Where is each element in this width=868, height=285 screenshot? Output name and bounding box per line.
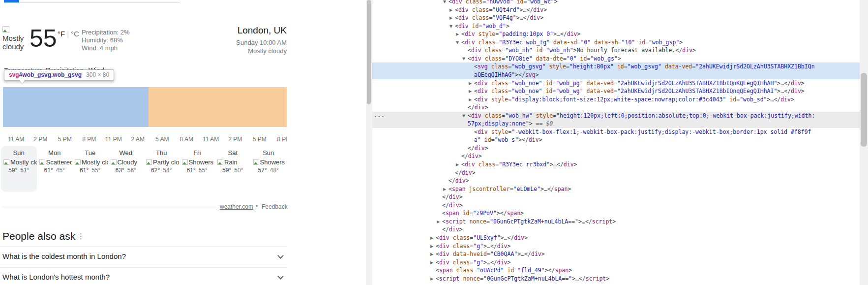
high-temp: 59° (8, 167, 17, 174)
broken-image-icon (111, 159, 117, 165)
expand-arrow-right-icon[interactable]: ▶ (437, 218, 440, 226)
forecast-day-sun-7[interactable]: SunShowers57°48° (251, 146, 287, 192)
day-name: Mon (37, 146, 73, 157)
devtools-code-line[interactable]: </div> (372, 169, 860, 177)
expand-arrow-down-icon[interactable]: ▼ (443, 0, 446, 6)
chevron-down-icon[interactable] (277, 253, 284, 259)
expand-arrow-right-icon[interactable]: ▶ (456, 30, 459, 38)
inspect-highlight-margin (149, 87, 287, 127)
devtools-code-line[interactable]: a" id="wob_s"></div> (372, 136, 860, 144)
high-temp: 59° (222, 167, 231, 174)
devtools-code-line[interactable]: <div style="-webkit-box-flex:1;-webkit-b… (372, 128, 860, 136)
forecast-day-sun-0[interactable]: SunMostly cloudy59°51° (1, 146, 37, 192)
devtools-code-line[interactable]: ▶<div style="padding:10px 0">…</div> (372, 30, 860, 38)
expand-arrow-right-icon[interactable]: ▶ (469, 87, 472, 95)
expand-arrow-right-icon[interactable]: ▶ (469, 79, 472, 88)
devtools-code-line[interactable]: aQEegQIHhAG"></svg> (372, 71, 860, 79)
broken-image-icon (75, 159, 81, 165)
expand-arrow-down-icon[interactable]: ▼ (456, 38, 459, 47)
devtools-code-line[interactable]: ▼<div id="wob_d"> (372, 22, 860, 31)
devtools-code-line[interactable]: </div> (372, 201, 860, 210)
page-scrollbar-thumb[interactable] (367, 0, 371, 104)
broken-image-icon (3, 159, 9, 165)
unit-celsius[interactable]: °C (71, 30, 79, 38)
devtools-code-line[interactable]: ▶<div class="wob_noe" id="wob_wg" data-v… (372, 87, 860, 95)
time-label: 8 PM (77, 136, 102, 143)
devtools-code-line[interactable]: </div> (372, 103, 860, 112)
expand-arrow-right-icon[interactable]: ▶ (430, 234, 433, 242)
chevron-down-icon[interactable] (277, 273, 284, 280)
devtools-scrollbar-thumb[interactable] (861, 73, 867, 147)
expand-arrow-down-icon[interactable]: ▼ (462, 55, 465, 63)
devtools-code-line[interactable]: ▶<script nonce="0GunGcPTgtkZaM+nuL4bLA==… (372, 218, 860, 226)
more-actions-icon[interactable]: ... (374, 111, 385, 120)
unit-fahrenheit[interactable]: °F (58, 30, 65, 38)
devtools-code-line[interactable]: ▶<div class="g">…</div> (372, 258, 860, 267)
day-condition-label: Partly cloudy (153, 158, 180, 166)
forecast-day-sat-6[interactable]: SatRain59°50° (215, 146, 251, 192)
devtools-code-line[interactable]: <span class="oUAcPd" id="fld_49"></span> (372, 266, 860, 275)
expand-arrow-right-icon[interactable]: ▶ (456, 160, 459, 169)
expand-arrow-right-icon[interactable]: ▶ (430, 242, 433, 251)
day-condition: Mostly cloudy (1, 158, 37, 166)
devtools-code-line[interactable]: ▼<div class="R3Y3ec wob_tg" data-sd="0" … (372, 38, 860, 47)
devtools-code-line[interactable]: ▶<div class="VQF4g">…</div> (372, 14, 860, 22)
devtools-code-line[interactable]: ▶<script nonce="0GunGcPTgtkZaM+nuL4bLA==… (372, 275, 860, 283)
day-name: Fri (180, 146, 215, 157)
devtools-code-line[interactable]: ▶<div class="wob_noe" id="wob_pg" data-v… (372, 79, 860, 88)
expand-arrow-right-icon[interactable]: ▶ (430, 275, 433, 283)
expand-arrow-right-icon[interactable]: ▶ (449, 14, 452, 22)
expand-arrow-down-icon[interactable]: ▼ (462, 112, 465, 120)
day-condition: Showers (251, 158, 287, 166)
devtools-code-line[interactable]: </div> (372, 177, 860, 185)
devtools-code-line[interactable]: </div> (372, 225, 860, 234)
hourly-time-labels: 11 AM2 PM5 PM8 PM11 PM2 AM5 AM8 AM11 AM2… (4, 136, 287, 143)
paa-question-1[interactable]: What is the coldest month in London? (2, 252, 126, 260)
day-temps: 59°51° (1, 167, 37, 174)
devtools-code-line[interactable]: ▶<div class="UQt4rd">…</div> (372, 6, 860, 14)
devtools-elements-panel: ▼<div class="nUwVod" id="wob_wc">▶<div c… (372, 0, 860, 285)
forecast-day-fri-5[interactable]: FriShowers61°55° (180, 146, 215, 192)
high-temp: 61° (80, 167, 89, 174)
expand-arrow-right-icon[interactable]: ▶ (430, 250, 433, 258)
expand-arrow-right-icon[interactable]: ▶ (430, 258, 433, 267)
day-name: Sun (251, 146, 287, 157)
devtools-code-line[interactable]: </div> (372, 152, 860, 160)
day-temps: 61°55° (180, 167, 215, 174)
devtools-code-line[interactable]: ...▼<div class="wob_hw" style="height:12… (372, 112, 860, 120)
devtools-code-line[interactable]: <span id="z9PoV"></span> (372, 209, 860, 218)
low-temp: 55° (199, 167, 208, 174)
source-divider (2, 207, 217, 207)
time-label: 5 AM (150, 136, 175, 143)
devtools-code-line[interactable]: ▶<div class="ULSxyf">…</div> (372, 234, 860, 242)
forecast-day-wed-3[interactable]: WedCloudy63°56° (108, 146, 144, 192)
expand-arrow-down-icon[interactable]: ▼ (449, 22, 452, 31)
devtools-code-line[interactable]: </div> (372, 193, 860, 201)
devtools-code-line[interactable]: ▶<div class="R3Y3ec rr3bxd">…</div> (372, 160, 860, 169)
devtools-code-line[interactable]: <div class="wob_nh" id="wob_nh">No hourl… (372, 46, 860, 55)
devtools-code-line[interactable]: 57px;display:none"> == $0 (372, 120, 860, 128)
expand-arrow-right-icon[interactable]: ▶ (449, 6, 452, 14)
day-temps: 61°45° (37, 167, 73, 174)
devtools-code-line[interactable]: </div> (372, 144, 860, 153)
weather-source-link[interactable]: weather.com (220, 203, 253, 210)
expand-arrow-right-icon[interactable]: ▶ (469, 95, 472, 104)
day-condition: Cloudy (108, 158, 144, 166)
forecast-day-thu-4[interactable]: ThuPartly cloudy62°54° (144, 146, 180, 192)
devtools-code-line[interactable]: ▼<div class="DYO8ie" data-dte="0" id="wo… (372, 55, 860, 63)
devtools-code-line[interactable]: <svg class="wob_gsvg" style="height:80px… (372, 63, 860, 71)
feedback-link[interactable]: Feedback (262, 203, 288, 210)
forecast-day-mon-1[interactable]: MonScattered showers61°45° (37, 146, 73, 192)
devtools-code-line[interactable]: ▼<div class="nUwVod" id="wob_wc"> (372, 0, 860, 6)
forecast-day-tue-2[interactable]: TueMostly cloudy61°55° (72, 146, 108, 192)
devtools-code-line[interactable]: ▶<div style="display:block;font-size:12p… (372, 95, 860, 104)
devtools-code-line[interactable]: ▶<div data-hveid="CB0QAA">…</div> (372, 250, 860, 258)
devtools-code-line[interactable]: ▶<span jscontroller="eLOmLe">…</span> (372, 185, 860, 193)
low-temp: 45° (56, 167, 65, 174)
screen: Mostly cloudy 55 °F|°C Precipitation: 2%… (0, 0, 868, 285)
paa-question-2[interactable]: What is London's hottest month? (2, 273, 110, 281)
expand-arrow-right-icon[interactable]: ▶ (443, 185, 446, 193)
kebab-menu-icon[interactable]: ⋮ (77, 232, 85, 241)
devtools-code-line[interactable]: ▶<div class="g">…</div> (372, 242, 860, 251)
broken-image-icon (182, 159, 188, 165)
